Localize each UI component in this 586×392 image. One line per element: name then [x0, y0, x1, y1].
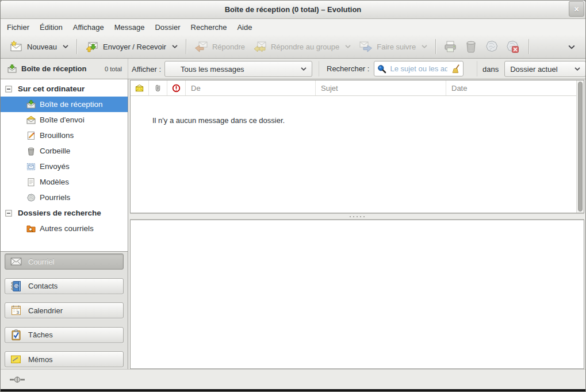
mail-icon	[10, 256, 22, 267]
reply-all-icon	[253, 40, 267, 53]
toolbar-separator	[76, 39, 77, 54]
switcher-memos-button[interactable]: Mémos	[5, 351, 124, 367]
menu-edition[interactable]: Édition	[35, 21, 68, 34]
filterbar-divider	[319, 61, 319, 76]
grip-dot	[357, 216, 358, 217]
column-attachment[interactable]	[149, 80, 167, 95]
reply-icon	[194, 40, 208, 53]
column-read-status[interactable]	[131, 80, 149, 95]
chevron-down-icon	[568, 45, 575, 49]
sidebar-item-sent[interactable]: Envoyés	[1, 159, 128, 174]
online-status-icon[interactable]	[10, 376, 25, 383]
column-important[interactable]	[167, 80, 186, 95]
switcher-calendar-button[interactable]: Calendrier	[5, 302, 124, 318]
menu-aide[interactable]: Aide	[232, 21, 257, 34]
not-junk-button[interactable]	[502, 37, 523, 56]
search-folder-icon	[26, 224, 36, 233]
search-group: Rechercher :	[327, 61, 464, 76]
toolbar-overflow-button[interactable]	[562, 40, 581, 53]
not-junk-icon	[505, 40, 519, 53]
tree-group-search-folders[interactable]: Dossiers de recherche	[1, 205, 128, 221]
column-subject[interactable]: Sujet	[316, 80, 446, 95]
tree-group-label: Sur cet ordinateur	[18, 84, 85, 93]
junk-icon	[26, 193, 36, 202]
important-icon	[172, 84, 181, 93]
tree-group-on-this-computer[interactable]: Sur cet ordinateur	[1, 81, 128, 97]
pane-splitter[interactable]	[130, 213, 584, 220]
switcher-label: Contacts	[28, 282, 58, 290]
send-receive-button[interactable]: Envoyer / Recevoir	[81, 37, 182, 56]
chevron-down-icon	[345, 45, 351, 48]
search-input[interactable]	[389, 64, 449, 74]
sidebar-item-trash[interactable]: Corbeille	[1, 143, 128, 159]
chevron-down-icon	[63, 45, 68, 48]
send-receive-icon	[85, 40, 99, 53]
switcher-label: Mémos	[28, 355, 53, 364]
message-list: De Sujet Date Il n'y a aucun message dan…	[130, 80, 584, 213]
in-label: dans	[482, 65, 499, 74]
templates-icon	[26, 178, 36, 187]
chevron-down-icon	[301, 67, 307, 71]
status-bar	[1, 369, 585, 389]
tree-item-label: Envoyés	[40, 162, 70, 171]
inbox-icon	[26, 100, 36, 109]
reply-button[interactable]: Répondre	[190, 37, 249, 56]
filterbar-divider	[477, 61, 477, 76]
delete-button[interactable]	[461, 37, 481, 56]
menu-message[interactable]: Message	[109, 21, 150, 34]
tree-item-label: Boîte de réception	[40, 100, 103, 109]
read-status-icon	[135, 84, 144, 93]
close-button[interactable]: ×	[569, 1, 584, 17]
tree-group-label: Dossiers de recherche	[18, 209, 101, 217]
search-scope-group: dans Dossier actuel	[482, 61, 586, 77]
expander-icon[interactable]	[5, 210, 12, 217]
menu-dossier[interactable]: Dossier	[150, 21, 185, 34]
sidebar-item-templates[interactable]: Modèles	[1, 174, 128, 190]
send-receive-label: Envoyer / Recevoir	[103, 43, 166, 51]
tree-item-label: Pourriels	[40, 193, 70, 202]
drafts-icon	[26, 131, 36, 140]
memos-icon	[10, 353, 22, 365]
menu-recherche[interactable]: Recherche	[186, 21, 232, 34]
menubar: Fichier Édition Affichage Message Dossie…	[1, 19, 585, 35]
window-bottom-edge	[1, 389, 585, 391]
new-mail-icon	[9, 40, 23, 53]
tree-item-label: Boîte d'envoi	[40, 116, 85, 124]
reply-group-label: Répondre au groupe	[271, 43, 339, 51]
switcher-tasks-button[interactable]: Tâches	[5, 327, 124, 343]
sidebar-item-inbox[interactable]: Boîte de réception	[1, 97, 128, 112]
search-icon[interactable]	[377, 64, 386, 74]
toolbar-separator	[435, 39, 436, 54]
current-folder-header: Boîte de réception 0 total	[1, 59, 128, 79]
menu-fichier[interactable]: Fichier	[2, 21, 35, 34]
clear-search-icon[interactable]	[451, 64, 460, 74]
show-filter-dropdown[interactable]: Tous les messages	[164, 61, 312, 77]
new-button[interactable]: Nouveau	[5, 37, 72, 56]
sidebar-item-junk[interactable]: Pourriels	[1, 190, 128, 205]
print-icon	[443, 40, 457, 53]
message-list-scrollbar[interactable]	[576, 80, 584, 213]
new-button-label: Nouveau	[27, 43, 57, 51]
grip-dot	[363, 216, 365, 217]
switcher-label: Calendrier	[28, 306, 63, 315]
reply-group-button[interactable]: Répondre au groupe	[249, 37, 355, 56]
print-button[interactable]	[440, 37, 461, 56]
sidebar-item-outbox[interactable]: Boîte d'envoi	[1, 112, 128, 128]
scrollbar-thumb[interactable]	[578, 82, 583, 212]
search-scope-dropdown[interactable]: Dossier actuel	[504, 61, 586, 77]
expander-icon[interactable]	[5, 86, 12, 93]
folder-tree: Sur cet ordinateur Boîte de réception Bo…	[1, 79, 128, 252]
evolution-window: Boîte de réception (0 total) – Evolution…	[0, 0, 586, 392]
junk-button[interactable]	[481, 37, 502, 56]
tree-item-label: Brouillons	[40, 131, 74, 140]
search-entry[interactable]	[374, 61, 464, 76]
column-date[interactable]: Date	[446, 80, 576, 95]
forward-icon	[359, 40, 373, 53]
column-from[interactable]: De	[186, 80, 316, 95]
switcher-contacts-button[interactable]: Contacts	[5, 278, 124, 294]
forward-button[interactable]: Faire suivre	[355, 37, 431, 56]
menu-affichage[interactable]: Affichage	[68, 21, 109, 34]
sidebar-item-other-mail[interactable]: Autres courriels	[1, 221, 128, 236]
sidebar-item-drafts[interactable]: Brouillons	[1, 128, 128, 143]
switcher-mail-button[interactable]: Courriel	[5, 253, 124, 270]
